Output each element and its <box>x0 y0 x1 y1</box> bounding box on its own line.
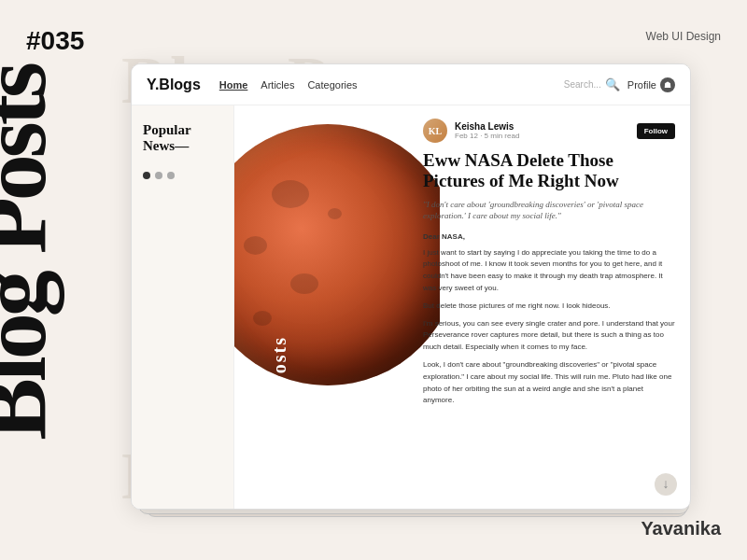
sidebar-dots <box>143 172 222 179</box>
category-label: Web UI Design <box>646 30 721 43</box>
nav-categories[interactable]: Categories <box>307 79 357 91</box>
page-number: #035 <box>26 26 84 56</box>
profile-button[interactable]: Profile ☗ <box>627 77 675 92</box>
article-paragraph-1: I just want to start by saying I do appr… <box>423 247 675 295</box>
profile-label: Profile <box>627 79 656 91</box>
brand-logo: Y.Blogs <box>147 77 201 93</box>
search-icon[interactable]: 🔍 <box>605 77 620 92</box>
mars-planet <box>234 124 440 385</box>
sidebar: Popular News— <box>132 105 234 509</box>
dot-1[interactable] <box>143 172 150 179</box>
article-subtitle: "I don't care about 'groundbreaking disc… <box>423 199 675 222</box>
scroll-down-button[interactable]: ↓ <box>655 473 677 496</box>
browser-window: Y.Blogs Home Articles Categories Search.… <box>131 63 691 510</box>
sidebar-title: Popular News— <box>143 122 222 153</box>
mars-image <box>234 105 440 509</box>
credit-label: Yavanika <box>641 518 721 539</box>
dot-3[interactable] <box>167 172 175 179</box>
author-avatar: KL <box>423 119 447 143</box>
author-name: Keisha Lewis <box>455 121 629 132</box>
nav-home[interactable]: Home <box>219 79 248 91</box>
article-salutation: Dear NASA, <box>423 231 675 244</box>
nav-right: Search... 🔍 Profile ☗ <box>564 77 675 92</box>
article-paragraph-3: I'm serious, you can see every single cr… <box>423 318 675 354</box>
article-paragraph-4: Look, I don't care about "groundbreaking… <box>423 359 675 407</box>
nav-links: Home Articles Categories <box>219 79 553 91</box>
search-placeholder: Search... <box>564 79 601 90</box>
nav-articles[interactable]: Articles <box>261 79 294 91</box>
article-body: Dear NASA, I just want to start by sayin… <box>423 231 675 407</box>
profile-icon: ☗ <box>660 77 675 92</box>
user-icon: ☗ <box>664 80 671 90</box>
search-box: Search... 🔍 <box>564 77 620 92</box>
browser-nav: Y.Blogs Home Articles Categories Search.… <box>132 64 690 105</box>
article-title: Eww NASA Delete Those Pictures of Me Rig… <box>423 150 675 191</box>
browser-content: Popular News— <box>132 105 690 509</box>
author-row: KL Keisha Lewis Feb 12 · 5 min read Foll… <box>423 119 675 143</box>
follow-button[interactable]: Follow <box>637 123 675 139</box>
author-date: Feb 12 · 5 min read <box>455 132 629 140</box>
author-info: Keisha Lewis Feb 12 · 5 min read <box>455 121 629 140</box>
browser-mockup: Blog Posts Y.Blogs Home Articles Categor… <box>131 63 710 521</box>
article-content: KL Keisha Lewis Feb 12 · 5 min read Foll… <box>412 105 690 509</box>
article-paragraph-2: But delete those pictures of me right no… <box>423 301 675 313</box>
vertical-title: Blog Posts <box>0 65 56 441</box>
dot-2[interactable] <box>155 172 162 179</box>
main-area: KL Keisha Lewis Feb 12 · 5 min read Foll… <box>234 105 690 509</box>
browser-vertical-label: Blog Posts <box>269 336 290 437</box>
